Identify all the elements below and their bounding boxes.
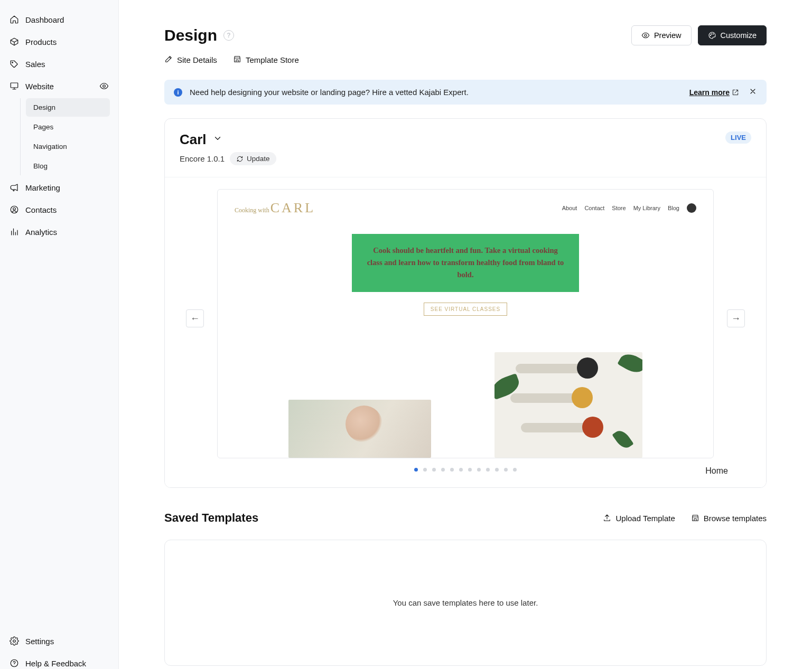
preview-cta-button: SEE VIRTUAL CLASSES [424,303,507,316]
site-design-card: Carl Encore 1.0.1 Update LIVE ← → [164,118,767,488]
site-name: Carl [180,131,207,148]
logo-text: CARL [270,200,315,216]
sidebar-item-label: Settings [25,637,54,646]
update-theme-button[interactable]: Update [230,152,276,165]
svg-point-8 [645,34,647,36]
store-icon [691,514,699,522]
carousel-next-button[interactable]: → [727,309,745,327]
sidebar-item-website[interactable]: Website [4,75,114,97]
carousel-dot[interactable] [504,468,508,472]
pencil-icon [164,55,173,65]
sidebar-item-settings[interactable]: Settings [4,630,114,652]
svg-point-10 [711,34,712,34]
carousel-dot[interactable] [477,468,481,472]
carousel-prev-button[interactable]: ← [186,309,204,327]
svg-point-5 [13,640,16,643]
tab-label: Template Store [246,55,299,64]
tag-icon [10,59,19,69]
svg-point-11 [713,34,713,34]
carousel-dot[interactable] [450,468,454,472]
chevron-down-icon [213,134,222,146]
gear-icon [10,636,19,646]
palette-icon [708,31,716,40]
carousel-dot[interactable] [414,468,418,472]
saved-templates-title: Saved Templates [164,511,258,525]
preview-images-row [218,332,713,458]
pill-label: Update [247,155,270,163]
carousel-dot[interactable] [486,468,490,472]
preview-image-cooking [288,400,431,458]
sidebar-item-dashboard[interactable]: Dashboard [4,8,114,31]
bars-icon [10,227,19,237]
user-icon [10,205,19,214]
eye-icon[interactable] [99,81,109,91]
site-preview-thumbnail[interactable]: Cooking with CARL About Contact Store My… [217,189,714,458]
button-label: Preview [654,31,682,40]
preview-hero-text: Cook should be heartfelt and fun. Take a… [352,234,579,292]
site-name-dropdown[interactable]: Carl [180,131,276,148]
carousel-dot[interactable] [459,468,463,472]
upload-icon [603,514,611,522]
help-tooltip-icon[interactable]: ? [223,30,234,41]
customize-button[interactable]: Customize [698,25,767,45]
current-page-label: Home [176,466,754,476]
tab-template-store[interactable]: Template Store [233,55,299,65]
upload-template-button[interactable]: Upload Template [603,514,675,523]
button-label: Browse templates [704,514,767,523]
sidebar-item-sales[interactable]: Sales [4,53,114,75]
preview-logo: Cooking with CARL [235,200,315,216]
sidebar-subitem-blog[interactable]: Blog [26,157,110,175]
learn-more-link[interactable]: Learn more [689,88,739,97]
info-icon: i [174,88,182,97]
carousel-dot[interactable] [423,468,427,472]
info-banner: i Need help designing your website or la… [164,80,767,105]
carousel-dot[interactable] [513,468,517,472]
box-icon [10,37,19,46]
svg-point-0 [12,62,13,63]
preview-nav-item: Store [612,205,626,211]
status-badge: LIVE [725,131,751,144]
avatar-icon [687,203,696,213]
preview-nav-item: About [562,205,577,211]
sidebar-subitem-design[interactable]: Design [26,98,110,117]
sidebar-item-label: Analytics [25,228,57,237]
preview-nav-item: Blog [668,205,679,211]
page-title: Design [164,26,217,44]
close-banner-button[interactable] [749,87,757,97]
preview-button[interactable]: Preview [631,25,692,45]
eye-icon [641,31,650,40]
sidebar-item-label: Marketing [25,183,60,192]
saved-templates-empty: You can save templates here to use later… [164,540,767,666]
sidebar-item-contacts[interactable]: Contacts [4,199,114,221]
preview-nav-item: Contact [584,205,604,211]
sidebar-item-products[interactable]: Products [4,31,114,53]
button-label: Upload Template [615,514,675,523]
browse-templates-button[interactable]: Browse templates [691,514,767,523]
sidebar: Dashboard Products Sales Website Design … [0,0,119,669]
store-icon [233,55,241,65]
home-icon [10,15,19,24]
carousel-dot[interactable] [468,468,472,472]
sidebar-item-label: Sales [25,60,45,69]
tab-site-details[interactable]: Site Details [164,55,217,65]
sidebar-subitem-pages[interactable]: Pages [26,118,110,136]
empty-text: You can save templates here to use later… [393,598,538,607]
carousel-dot[interactable] [441,468,445,472]
tab-label: Site Details [177,55,217,64]
monitor-icon [10,81,19,91]
banner-text: Need help designing your website or land… [190,88,469,97]
sidebar-item-marketing[interactable]: Marketing [4,176,114,199]
megaphone-icon [10,183,19,192]
main-content: Design ? Preview Customize Site Details [119,0,812,669]
sidebar-item-analytics[interactable]: Analytics [4,221,114,243]
carousel-dot[interactable] [495,468,499,472]
svg-rect-1 [11,83,18,88]
sidebar-item-help[interactable]: Help & Feedback [4,652,114,669]
help-icon [10,658,19,668]
sidebar-subitem-navigation[interactable]: Navigation [26,137,110,156]
sidebar-item-label: Contacts [25,205,57,214]
svg-point-3 [11,206,18,213]
svg-point-7 [14,665,15,665]
preview-site-nav: About Contact Store My Library Blog [562,203,696,213]
carousel-dot[interactable] [432,468,436,472]
